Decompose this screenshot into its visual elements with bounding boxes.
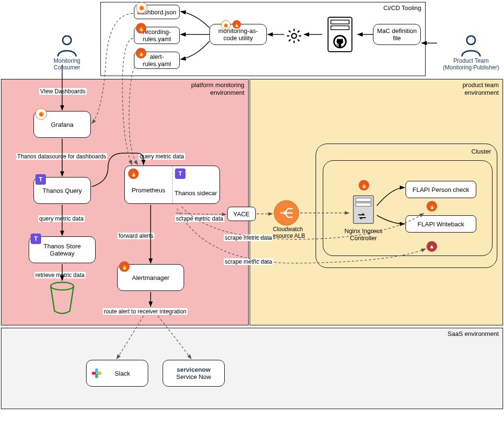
edge-query-metric-2: query metric data [38, 215, 85, 222]
prometheus-icon: 🔥 [136, 23, 146, 33]
edge-thanos-ds: Thanos datasource for dashboards [16, 153, 107, 160]
thanos-icon: T [175, 168, 186, 179]
thanos-icon: T [35, 174, 46, 185]
edge-forward-alerts: forward alerts [118, 233, 154, 239]
server-icon [351, 194, 375, 225]
box-prometheus-label: Prometheus [125, 187, 172, 194]
cluster-label: Cluster [471, 148, 491, 155]
svg-point-12 [51, 282, 74, 290]
svg-point-0 [63, 36, 71, 45]
actor-monitoring-consumer: Monitoring Consumer [43, 33, 91, 71]
box-flapi-writeback: FLAPI Writeback [405, 215, 476, 233]
box-mac-utility-label: monitoring-as-code utility [212, 27, 264, 42]
box-flapi-person-label: FLAPI Person check [413, 186, 470, 193]
zone-cicd-label: Ci/CD Tooling [383, 4, 421, 12]
s3-bucket-icon [48, 281, 77, 316]
alertmanager-icon: ▲ [427, 241, 437, 252]
zone-product-label: product team environment [427, 81, 499, 96]
svg-point-1 [467, 36, 475, 45]
box-thanos-sidecar-label: Thanos sidecar [172, 189, 219, 197]
grafana-icon: ◉ [35, 108, 47, 120]
box-slack-label: Slack [115, 370, 130, 377]
grafana-icon: ◉ [136, 2, 147, 13]
svg-rect-11 [356, 203, 371, 206]
box-flapi-writeback-label: FLAPI Writeback [417, 221, 464, 228]
person-icon [459, 33, 483, 57]
box-mac-definition-label: MaC definition file [375, 27, 418, 42]
edge-scrape-3: scrape metric data [224, 258, 273, 265]
server-github-icon [323, 15, 357, 55]
edge-view-dashboards: VIew Dashboards [39, 88, 87, 95]
slack-icon [91, 367, 102, 379]
edge-retrieve-metric: retrieve metric data [34, 272, 86, 278]
cloudwatch-icon [274, 200, 299, 227]
prometheus-icon: 🔥 [136, 48, 146, 58]
grafana-icon: ◉ [221, 20, 230, 30]
edge-scrape-2: scrape metric data [224, 234, 273, 241]
diagram-canvas: Ci/CD Tooling platform monitoring enviro… [0, 0, 504, 434]
prometheus-icon: 🔥 [232, 20, 241, 29]
actor-consumer-label: Monitoring Consumer [43, 57, 91, 71]
box-nginx-label: Nginx Ingress Controller [337, 227, 390, 242]
box-thanos-store-label: Thanos Store Gateway [31, 243, 93, 257]
box-servicenow-label: Service Now [176, 373, 211, 380]
actor-publisher-label2: (Monitoring Publisher) [438, 64, 504, 71]
box-prometheus-sidecar: Prometheus Thanos sidecar [124, 166, 220, 204]
prometheus-icon: 🔥 [359, 180, 369, 190]
thanos-icon: T [31, 234, 41, 244]
svg-point-2 [292, 33, 296, 38]
edge-scrape-1: scrape metric data [175, 215, 224, 222]
actor-product-team: Product Team (Monitoring Publisher) [438, 33, 504, 71]
box-yace-label: YACE [233, 211, 250, 218]
box-servicenow: servicenow Service Now [163, 360, 225, 387]
box-alertmanager-label: Alertmanager [132, 274, 169, 281]
nginx-server: Nginx Ingress Controller [335, 189, 392, 246]
actor-publisher-label1: Product Team [438, 57, 504, 64]
box-grafana-label: Grafana [51, 121, 74, 128]
box-thanos-query-label: Thanos Query [43, 187, 82, 194]
prometheus-icon: 🔥 [119, 261, 130, 272]
zone-saas-label: SaaS environment [446, 330, 499, 338]
person-icon [55, 33, 79, 57]
box-yace: YACE [227, 207, 256, 221]
servicenow-brand: servicenow [177, 366, 211, 373]
prometheus-icon: 🔥 [128, 168, 139, 179]
box-mac-definition: MaC definition file [373, 24, 421, 45]
edge-route-alert: route alert to receiver integration [103, 308, 187, 315]
prometheus-icon: 🔥 [427, 201, 437, 211]
zone-platform-label: platform monitoring environment [163, 81, 244, 96]
zone-saas: SaaS environment [1, 328, 503, 409]
gear-icon [285, 27, 303, 46]
svg-rect-10 [356, 198, 371, 201]
edge-query-metric-1: query metric data [139, 153, 185, 160]
box-flapi-person: FLAPI Person check [405, 181, 476, 198]
svg-point-8 [284, 212, 286, 214]
